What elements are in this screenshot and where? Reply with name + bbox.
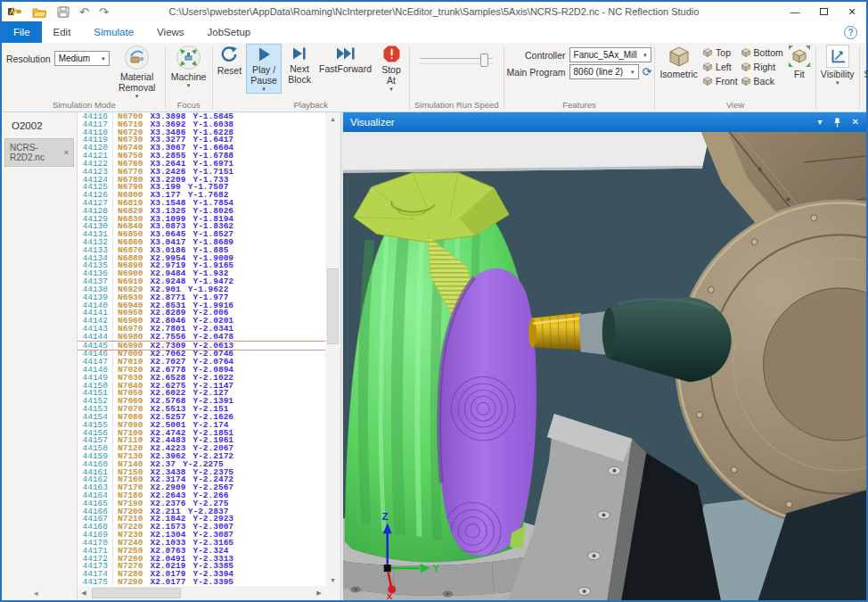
slider-thumb[interactable] bbox=[480, 54, 488, 67]
visualizer-titlebar[interactable]: Visualizer ▾ ✕ bbox=[343, 112, 866, 132]
group-caption: Playback bbox=[216, 100, 406, 111]
tab-jobsetup[interactable]: JobSetup bbox=[196, 21, 263, 43]
controller-value: Fanuc_5Ax_Mill bbox=[574, 50, 637, 60]
undo-icon[interactable]: ↶ bbox=[79, 6, 89, 18]
group-caption: View bbox=[658, 100, 812, 111]
app-window: ↶ ↷ C:\Users\pwebster\AppData\Roaming\Nc… bbox=[0, 0, 868, 602]
file-tab-close-icon[interactable]: × bbox=[64, 148, 69, 157]
view-bottom-button[interactable]: Bottom bbox=[741, 45, 783, 59]
resolution-select[interactable]: Medium ▾ bbox=[54, 51, 110, 66]
scroll-down-arrow[interactable]: ▼ bbox=[325, 573, 340, 586]
sidebar-collapse-arrow[interactable]: ◂ bbox=[34, 589, 38, 598]
scroll-right-arrow[interactable]: ▶ bbox=[313, 586, 325, 600]
help-icon[interactable]: ? bbox=[844, 26, 857, 39]
fast-forward-icon bbox=[335, 45, 356, 62]
group-simulation-mode: Resolution Medium ▾ Material Removal ▾ S… bbox=[4, 44, 165, 111]
refresh-icon[interactable]: ⟳ bbox=[643, 66, 652, 78]
minimize-button[interactable]: — bbox=[781, 3, 809, 21]
machine-button[interactable]: Machine ▾ bbox=[168, 44, 209, 89]
chevron-down-icon: ▾ bbox=[631, 69, 635, 75]
vertical-scrollbar[interactable]: ▲ ▼ bbox=[325, 112, 340, 586]
file-tab-ncrs-r2d2[interactable]: NCRS-R2D2.nc × bbox=[4, 138, 74, 167]
stop-at-button[interactable]: Stop At ▾ bbox=[376, 44, 406, 93]
open-file-icon[interactable] bbox=[32, 6, 47, 18]
scroll-up-arrow[interactable]: ▲ bbox=[325, 112, 340, 125]
chevron-down-icon: ▾ bbox=[643, 52, 647, 58]
isometric-label: Isometric bbox=[659, 69, 698, 79]
statistics-button[interactable]: Statistics ▾ bbox=[863, 44, 868, 87]
fast-forward-button[interactable]: FastForward bbox=[317, 44, 373, 75]
view-left-button[interactable]: Left bbox=[702, 60, 738, 73]
visualizer-panel: Visualizer ▾ ✕ bbox=[343, 112, 866, 600]
group-features: Controller Fanuc_5Ax_Mill ▾ Main Program… bbox=[504, 44, 655, 111]
main-program-value: 8060 (line 2) bbox=[574, 67, 624, 77]
visibility-button[interactable]: Visibility ▾ bbox=[819, 44, 856, 87]
stop-at-icon bbox=[382, 45, 401, 63]
line-number: 44145 bbox=[78, 342, 113, 350]
fit-view-button[interactable]: Fit bbox=[786, 44, 813, 80]
group-caption: Features bbox=[507, 100, 652, 111]
vscroll-thumb[interactable] bbox=[327, 268, 339, 344]
view-bottom-label: Bottom bbox=[754, 47, 783, 58]
hscroll-thumb[interactable] bbox=[92, 588, 181, 598]
quick-access-toolbar: ↶ ↷ bbox=[2, 6, 109, 18]
tab-file[interactable]: File bbox=[2, 21, 42, 43]
view-right-button[interactable]: Right bbox=[741, 60, 783, 73]
close-button[interactable]: ✕ bbox=[838, 3, 866, 21]
cube-icon bbox=[702, 47, 713, 58]
cube-icon bbox=[702, 62, 713, 72]
scroll-left-arrow[interactable]: ◀ bbox=[78, 586, 90, 600]
n-code: N7290 bbox=[118, 577, 143, 586]
chevron-down-icon: ▾ bbox=[187, 82, 191, 88]
tab-simulate[interactable]: Simulate bbox=[82, 21, 145, 43]
x-coordinate: X2.0177 bbox=[151, 577, 186, 586]
chevron-down-icon: ▾ bbox=[262, 86, 266, 92]
machine-simulation-render: Z Y X bbox=[343, 132, 866, 600]
x-axis-label: X bbox=[387, 591, 393, 600]
isometric-view-button[interactable]: Isometric bbox=[658, 44, 700, 80]
play-pause-button[interactable]: Play / Pause ▾ bbox=[246, 44, 282, 94]
material-removal-label: Material Removal bbox=[114, 71, 160, 93]
save-icon[interactable] bbox=[57, 6, 70, 18]
controller-select[interactable]: Fanuc_5Ax_Mill ▾ bbox=[569, 47, 651, 62]
main-program-label: Main Program bbox=[507, 67, 566, 78]
view-back-label: Back bbox=[754, 76, 774, 87]
horizontal-scrollbar[interactable]: ◀ ▶ bbox=[78, 586, 325, 600]
line-number: 44175 bbox=[78, 578, 113, 586]
next-block-button[interactable]: Next Block bbox=[284, 44, 315, 86]
code-line[interactable]: 44144N6980X2.7556Y-2.0478 bbox=[78, 333, 325, 341]
redo-icon[interactable]: ↷ bbox=[99, 6, 109, 18]
main-program-select[interactable]: 8060 (line 2) ▾ bbox=[569, 64, 639, 79]
resolution-label: Resolution bbox=[6, 54, 51, 64]
pin-icon[interactable] bbox=[833, 118, 841, 128]
view-top-label: Top bbox=[716, 47, 731, 58]
view-front-button[interactable]: Front bbox=[702, 74, 738, 87]
run-speed-slider[interactable] bbox=[420, 53, 493, 70]
z-axis-label: Z bbox=[382, 512, 389, 523]
controller-label: Controller bbox=[507, 50, 566, 61]
view-right-label: Right bbox=[754, 62, 776, 72]
code-line[interactable]: 44175N7290X2.0177Y-2.3395 bbox=[78, 578, 325, 586]
view-top-button[interactable]: Top bbox=[702, 45, 738, 59]
reset-label: Reset bbox=[217, 65, 242, 76]
reset-button[interactable]: Reset bbox=[216, 44, 243, 77]
maximize-button[interactable] bbox=[809, 3, 838, 21]
resolution-value: Medium bbox=[59, 54, 91, 63]
chevron-down-icon: ▾ bbox=[135, 93, 139, 99]
group-playback: Reset Play / Pause ▾ Next Block FastForw… bbox=[213, 44, 409, 111]
cube-icon bbox=[741, 47, 751, 58]
fit-label: Fit bbox=[794, 69, 805, 79]
ribbon: Resolution Medium ▾ Material Removal ▾ S… bbox=[2, 43, 866, 112]
visualizer-3d-scene[interactable]: Z Y X bbox=[343, 132, 866, 600]
group-view: Isometric Top Left Front Bottom Right Ba… bbox=[655, 44, 815, 111]
tab-views[interactable]: Views bbox=[145, 21, 195, 43]
tab-edit[interactable]: Edit bbox=[42, 21, 83, 43]
line-number: 44144 bbox=[78, 333, 113, 341]
panel-menu-chevron-icon[interactable]: ▾ bbox=[818, 118, 823, 127]
material-removal-button[interactable]: Material Removal ▾ bbox=[112, 44, 162, 100]
group-visibility: Visibility ▾ bbox=[816, 44, 859, 111]
panel-close-icon[interactable]: ✕ bbox=[852, 118, 859, 127]
group-run-speed: Simulation Run Speed bbox=[410, 44, 504, 111]
view-back-button[interactable]: Back bbox=[741, 74, 783, 87]
group-focus: Machine ▾ Focus bbox=[166, 44, 212, 111]
